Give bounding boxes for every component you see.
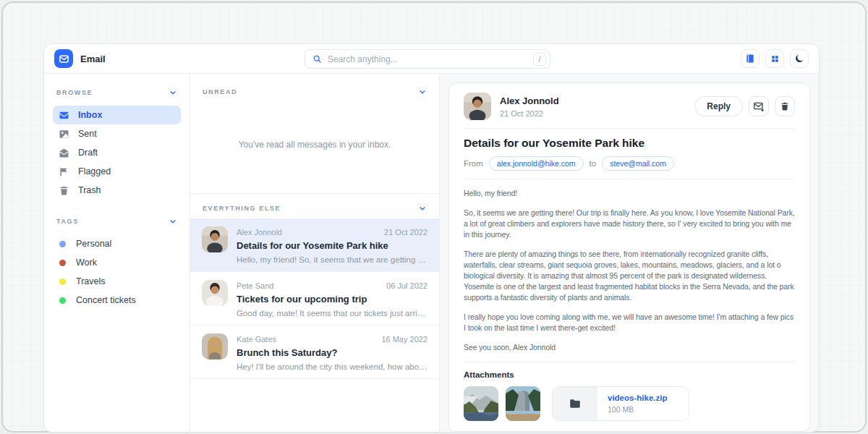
sidebar-item-label: Draft	[78, 148, 98, 158]
email-app-window: Email / BROWSE	[43, 43, 820, 433]
dark-mode-toggle-button[interactable]	[790, 49, 809, 68]
sidebar-item-draft[interactable]: Draft	[53, 143, 181, 162]
unread-collapse-chevron-icon[interactable]	[418, 88, 427, 96]
from-label: From	[464, 159, 483, 168]
email-list-item[interactable]: Kate Gates 16 May 2022 Brunch this Satur…	[190, 326, 439, 379]
contacts-book-button[interactable]	[741, 49, 760, 68]
browse-section-label: BROWSE	[56, 89, 93, 96]
tag-item-travels[interactable]: Travels	[53, 272, 181, 291]
everything-else-collapse-chevron-icon[interactable]	[418, 204, 427, 213]
attachments-label: Attachments	[464, 370, 795, 379]
sidebar-item-trash[interactable]: Trash	[53, 181, 181, 200]
search-input[interactable]	[328, 54, 527, 64]
avatar	[464, 93, 491, 120]
divider	[464, 128, 795, 129]
sent-icon	[59, 129, 69, 140]
sidebar-item-label: Sent	[78, 129, 97, 139]
sidebar-item-sent[interactable]: Sent	[53, 124, 181, 143]
body-paragraph: See you soon, Alex Jonnold	[464, 342, 795, 353]
tag-color-dot	[59, 260, 66, 266]
email-subject: Brunch this Saturday?	[237, 347, 427, 358]
email-date: 16 May 2022	[381, 335, 427, 344]
email-sender: Alex Jonnold	[237, 228, 282, 237]
email-preview: Hey! I'll be around the city this weeken…	[237, 362, 427, 371]
header-actions	[741, 49, 809, 68]
to-label: to	[590, 159, 597, 168]
email-preview: Good day, mate! It seems that our ticket…	[237, 309, 427, 318]
email-sender: Pete Sand	[237, 281, 273, 290]
browse-collapse-chevron-icon[interactable]	[169, 88, 177, 97]
unread-empty-message: You've read all messages in your inbox.	[190, 102, 439, 193]
detail-date: 21 Oct 2022	[500, 109, 559, 118]
body-paragraph: Hello, my friend!	[464, 188, 795, 199]
email-subject: Tickets for our upcoming trip	[237, 294, 427, 305]
body-paragraph: There are plenty of amazing things to se…	[464, 249, 795, 303]
app-title: Email	[80, 54, 106, 64]
search-icon	[312, 54, 322, 64]
body-paragraph: I really hope you love coming along with…	[464, 312, 795, 333]
sidebar-item-label: Flagged	[78, 166, 111, 176]
attachment-image-half-dome[interactable]	[506, 386, 540, 421]
tags-collapse-chevron-icon[interactable]	[169, 217, 177, 226]
folder-icon	[553, 387, 597, 420]
tag-item-personal[interactable]: Personal	[53, 234, 181, 253]
tag-label: Travels	[76, 276, 106, 286]
sidebar-item-inbox[interactable]: Inbox	[53, 106, 181, 124]
email-date: 21 Oct 2022	[384, 228, 427, 237]
email-list-item[interactable]: Pete Sand 06 Jul 2022 Tickets for our up…	[190, 272, 439, 326]
tags-section-label: TAGS	[56, 218, 79, 225]
tag-label: Work	[76, 258, 97, 268]
sidebar-item-label: Trash	[78, 185, 101, 195]
email-list-item[interactable]: Alex Jonnold 21 Oct 2022 Details for our…	[190, 218, 439, 272]
sidebar-item-flagged[interactable]: Flagged	[53, 162, 181, 181]
tag-color-dot	[59, 278, 66, 285]
attachment-file-name: videos-hike.zip	[608, 393, 667, 402]
sidebar: BROWSE Inbox Sent Draft Flagged	[44, 74, 190, 432]
detail-sender-name: Alex Jonnold	[500, 95, 559, 106]
reading-pane: Alex Jonnold 21 Oct 2022 Reply De	[440, 74, 819, 432]
sidebar-item-label: Inbox	[78, 110, 102, 120]
tag-color-dot	[59, 297, 66, 304]
app-header: Email /	[44, 44, 819, 74]
body-paragraph: So, it seems we are getting there! Our t…	[464, 208, 795, 240]
apps-grid-button[interactable]	[765, 49, 784, 68]
tag-item-work[interactable]: Work	[53, 253, 181, 272]
divider	[464, 179, 795, 179]
avatar	[202, 226, 228, 252]
trash-icon	[59, 185, 69, 196]
to-email-chip[interactable]: steve@mail.com	[602, 156, 674, 171]
flag-icon	[59, 166, 69, 177]
email-date: 06 Jul 2022	[386, 281, 427, 290]
email-detail-card: Alex Jonnold 21 Oct 2022 Reply De	[448, 82, 810, 432]
avatar	[202, 280, 228, 306]
reply-button[interactable]: Reply	[694, 96, 743, 116]
attachment-file-size: 100 MB	[608, 405, 667, 414]
detail-subject: Details for our Yosemite Park hike	[464, 137, 795, 150]
everything-else-section-label: EVERYTHING ELSE	[203, 205, 281, 212]
delete-email-button[interactable]	[775, 96, 795, 116]
search-bar[interactable]: /	[305, 49, 550, 69]
tag-label: Personal	[76, 239, 111, 249]
tag-item-concert-tickets[interactable]: Concert tickets	[53, 291, 181, 310]
draft-open-mail-icon	[59, 148, 69, 158]
avatar	[202, 333, 228, 359]
search-shortcut-key: /	[533, 53, 546, 66]
email-body: Hello, my friend! So, it seems we are ge…	[464, 188, 795, 353]
email-subject: Details for our Yosemite Park hike	[237, 240, 427, 251]
attachment-image-yosemite-valley[interactable]	[464, 386, 498, 421]
from-email-chip[interactable]: alex.jonnold@hike.com	[489, 156, 584, 171]
message-list: UNREAD You've read all messages in your …	[190, 74, 440, 432]
email-logo-icon	[54, 49, 73, 68]
email-preview: Hello, my friend! So, it seems that we a…	[237, 255, 427, 264]
divider	[464, 362, 795, 362]
inbox-envelope-icon	[59, 110, 69, 121]
forward-mail-button[interactable]	[749, 96, 769, 116]
tag-color-dot	[59, 241, 66, 247]
email-sender: Kate Gates	[237, 335, 276, 344]
tag-label: Concert tickets	[76, 295, 136, 305]
app-brand: Email	[54, 49, 106, 68]
unread-section-label: UNREAD	[203, 88, 237, 95]
attachment-file-card[interactable]: videos-hike.zip 100 MB	[552, 386, 689, 421]
